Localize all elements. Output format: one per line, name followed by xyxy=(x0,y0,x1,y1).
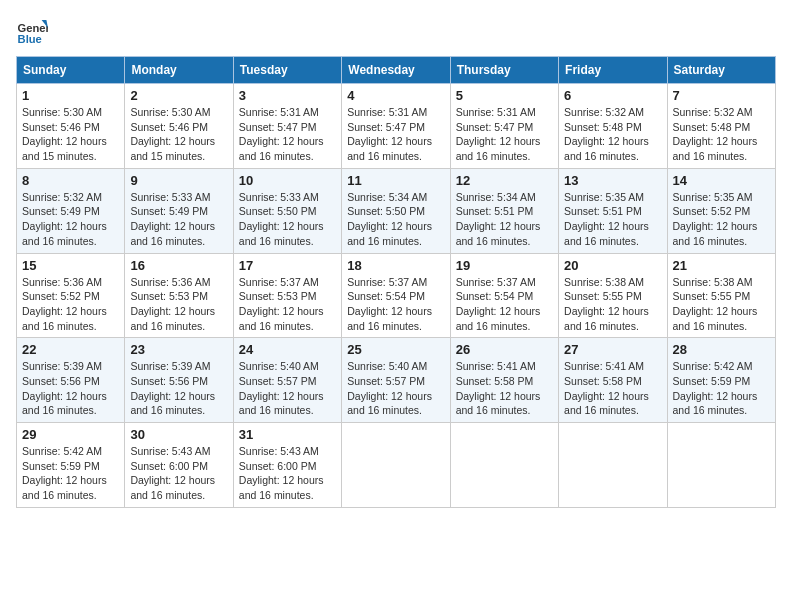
calendar-header-tuesday: Tuesday xyxy=(233,57,341,84)
day-info: Sunrise: 5:32 AM Sunset: 5:48 PM Dayligh… xyxy=(673,105,770,164)
calendar-week-4: 29 Sunrise: 5:42 AM Sunset: 5:59 PM Dayl… xyxy=(17,423,776,508)
day-info: Sunrise: 5:31 AM Sunset: 5:47 PM Dayligh… xyxy=(239,105,336,164)
day-number: 4 xyxy=(347,88,444,103)
day-info: Sunrise: 5:39 AM Sunset: 5:56 PM Dayligh… xyxy=(130,359,227,418)
calendar-header-friday: Friday xyxy=(559,57,667,84)
calendar-cell xyxy=(450,423,558,508)
calendar-cell: 11 Sunrise: 5:34 AM Sunset: 5:50 PM Dayl… xyxy=(342,168,450,253)
calendar-header-sunday: Sunday xyxy=(17,57,125,84)
calendar-cell: 28 Sunrise: 5:42 AM Sunset: 5:59 PM Dayl… xyxy=(667,338,775,423)
day-number: 8 xyxy=(22,173,119,188)
calendar-week-2: 15 Sunrise: 5:36 AM Sunset: 5:52 PM Dayl… xyxy=(17,253,776,338)
day-info: Sunrise: 5:37 AM Sunset: 5:54 PM Dayligh… xyxy=(347,275,444,334)
logo: General Blue xyxy=(16,16,52,48)
day-number: 13 xyxy=(564,173,661,188)
day-info: Sunrise: 5:40 AM Sunset: 5:57 PM Dayligh… xyxy=(239,359,336,418)
calendar-cell: 5 Sunrise: 5:31 AM Sunset: 5:47 PM Dayli… xyxy=(450,84,558,169)
day-number: 11 xyxy=(347,173,444,188)
day-number: 23 xyxy=(130,342,227,357)
logo-icon: General Blue xyxy=(16,16,48,48)
calendar-body: 1 Sunrise: 5:30 AM Sunset: 5:46 PM Dayli… xyxy=(17,84,776,508)
calendar-week-1: 8 Sunrise: 5:32 AM Sunset: 5:49 PM Dayli… xyxy=(17,168,776,253)
calendar-week-3: 22 Sunrise: 5:39 AM Sunset: 5:56 PM Dayl… xyxy=(17,338,776,423)
day-number: 25 xyxy=(347,342,444,357)
calendar-cell: 29 Sunrise: 5:42 AM Sunset: 5:59 PM Dayl… xyxy=(17,423,125,508)
calendar-header-saturday: Saturday xyxy=(667,57,775,84)
calendar-cell: 15 Sunrise: 5:36 AM Sunset: 5:52 PM Dayl… xyxy=(17,253,125,338)
calendar-cell: 19 Sunrise: 5:37 AM Sunset: 5:54 PM Dayl… xyxy=(450,253,558,338)
calendar-cell: 9 Sunrise: 5:33 AM Sunset: 5:49 PM Dayli… xyxy=(125,168,233,253)
day-number: 10 xyxy=(239,173,336,188)
calendar-header-monday: Monday xyxy=(125,57,233,84)
day-number: 31 xyxy=(239,427,336,442)
page-header: General Blue xyxy=(16,16,776,48)
day-number: 7 xyxy=(673,88,770,103)
calendar-cell: 24 Sunrise: 5:40 AM Sunset: 5:57 PM Dayl… xyxy=(233,338,341,423)
day-info: Sunrise: 5:40 AM Sunset: 5:57 PM Dayligh… xyxy=(347,359,444,418)
calendar-cell: 13 Sunrise: 5:35 AM Sunset: 5:51 PM Dayl… xyxy=(559,168,667,253)
day-number: 24 xyxy=(239,342,336,357)
day-info: Sunrise: 5:41 AM Sunset: 5:58 PM Dayligh… xyxy=(456,359,553,418)
day-info: Sunrise: 5:39 AM Sunset: 5:56 PM Dayligh… xyxy=(22,359,119,418)
day-number: 28 xyxy=(673,342,770,357)
day-number: 3 xyxy=(239,88,336,103)
day-info: Sunrise: 5:38 AM Sunset: 5:55 PM Dayligh… xyxy=(673,275,770,334)
day-info: Sunrise: 5:38 AM Sunset: 5:55 PM Dayligh… xyxy=(564,275,661,334)
day-number: 18 xyxy=(347,258,444,273)
day-info: Sunrise: 5:30 AM Sunset: 5:46 PM Dayligh… xyxy=(130,105,227,164)
calendar-header-wednesday: Wednesday xyxy=(342,57,450,84)
calendar-cell: 22 Sunrise: 5:39 AM Sunset: 5:56 PM Dayl… xyxy=(17,338,125,423)
day-info: Sunrise: 5:33 AM Sunset: 5:50 PM Dayligh… xyxy=(239,190,336,249)
calendar-header-thursday: Thursday xyxy=(450,57,558,84)
day-number: 14 xyxy=(673,173,770,188)
day-number: 17 xyxy=(239,258,336,273)
day-info: Sunrise: 5:35 AM Sunset: 5:52 PM Dayligh… xyxy=(673,190,770,249)
day-info: Sunrise: 5:35 AM Sunset: 5:51 PM Dayligh… xyxy=(564,190,661,249)
day-number: 6 xyxy=(564,88,661,103)
day-number: 2 xyxy=(130,88,227,103)
svg-text:General: General xyxy=(18,22,48,34)
day-number: 9 xyxy=(130,173,227,188)
calendar-cell: 30 Sunrise: 5:43 AM Sunset: 6:00 PM Dayl… xyxy=(125,423,233,508)
calendar-cell: 16 Sunrise: 5:36 AM Sunset: 5:53 PM Dayl… xyxy=(125,253,233,338)
day-number: 12 xyxy=(456,173,553,188)
day-number: 30 xyxy=(130,427,227,442)
calendar-cell: 20 Sunrise: 5:38 AM Sunset: 5:55 PM Dayl… xyxy=(559,253,667,338)
calendar-cell: 31 Sunrise: 5:43 AM Sunset: 6:00 PM Dayl… xyxy=(233,423,341,508)
day-info: Sunrise: 5:30 AM Sunset: 5:46 PM Dayligh… xyxy=(22,105,119,164)
day-number: 27 xyxy=(564,342,661,357)
calendar-cell: 14 Sunrise: 5:35 AM Sunset: 5:52 PM Dayl… xyxy=(667,168,775,253)
day-info: Sunrise: 5:41 AM Sunset: 5:58 PM Dayligh… xyxy=(564,359,661,418)
day-info: Sunrise: 5:32 AM Sunset: 5:49 PM Dayligh… xyxy=(22,190,119,249)
calendar-week-0: 1 Sunrise: 5:30 AM Sunset: 5:46 PM Dayli… xyxy=(17,84,776,169)
calendar-cell: 2 Sunrise: 5:30 AM Sunset: 5:46 PM Dayli… xyxy=(125,84,233,169)
calendar-cell xyxy=(342,423,450,508)
calendar-cell: 23 Sunrise: 5:39 AM Sunset: 5:56 PM Dayl… xyxy=(125,338,233,423)
calendar-cell xyxy=(667,423,775,508)
day-info: Sunrise: 5:37 AM Sunset: 5:53 PM Dayligh… xyxy=(239,275,336,334)
calendar-table: SundayMondayTuesdayWednesdayThursdayFrid… xyxy=(16,56,776,508)
day-info: Sunrise: 5:42 AM Sunset: 5:59 PM Dayligh… xyxy=(22,444,119,503)
calendar-cell: 7 Sunrise: 5:32 AM Sunset: 5:48 PM Dayli… xyxy=(667,84,775,169)
calendar-cell xyxy=(559,423,667,508)
day-number: 21 xyxy=(673,258,770,273)
day-info: Sunrise: 5:42 AM Sunset: 5:59 PM Dayligh… xyxy=(673,359,770,418)
calendar-header-row: SundayMondayTuesdayWednesdayThursdayFrid… xyxy=(17,57,776,84)
day-info: Sunrise: 5:37 AM Sunset: 5:54 PM Dayligh… xyxy=(456,275,553,334)
calendar-cell: 8 Sunrise: 5:32 AM Sunset: 5:49 PM Dayli… xyxy=(17,168,125,253)
day-number: 22 xyxy=(22,342,119,357)
calendar-cell: 1 Sunrise: 5:30 AM Sunset: 5:46 PM Dayli… xyxy=(17,84,125,169)
day-number: 29 xyxy=(22,427,119,442)
calendar-cell: 26 Sunrise: 5:41 AM Sunset: 5:58 PM Dayl… xyxy=(450,338,558,423)
calendar-cell: 12 Sunrise: 5:34 AM Sunset: 5:51 PM Dayl… xyxy=(450,168,558,253)
calendar-cell: 6 Sunrise: 5:32 AM Sunset: 5:48 PM Dayli… xyxy=(559,84,667,169)
day-info: Sunrise: 5:31 AM Sunset: 5:47 PM Dayligh… xyxy=(347,105,444,164)
calendar-cell: 21 Sunrise: 5:38 AM Sunset: 5:55 PM Dayl… xyxy=(667,253,775,338)
day-number: 20 xyxy=(564,258,661,273)
calendar-cell: 10 Sunrise: 5:33 AM Sunset: 5:50 PM Dayl… xyxy=(233,168,341,253)
calendar-cell: 18 Sunrise: 5:37 AM Sunset: 5:54 PM Dayl… xyxy=(342,253,450,338)
day-number: 1 xyxy=(22,88,119,103)
day-number: 26 xyxy=(456,342,553,357)
day-number: 5 xyxy=(456,88,553,103)
day-info: Sunrise: 5:36 AM Sunset: 5:53 PM Dayligh… xyxy=(130,275,227,334)
